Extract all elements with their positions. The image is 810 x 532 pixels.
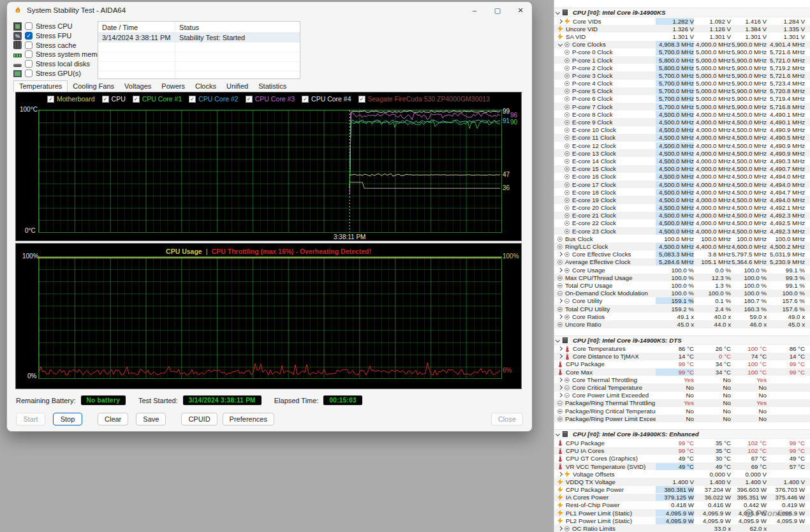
tab-statistics[interactable]: Statistics xyxy=(253,81,291,92)
clear-button[interactable]: Clear xyxy=(98,413,128,425)
sensor-row[interactable]: Average Effective Clock5,284.6 MHz105.1 … xyxy=(554,258,810,266)
minimize-button[interactable]: – xyxy=(463,2,486,18)
sensor-row[interactable]: On-Demand Clock Modulation100.0 %100.0 %… xyxy=(554,290,810,297)
sensor-row[interactable]: Package/Ring Thermal ThrottlingYesNoYes xyxy=(554,399,810,407)
sensor-row[interactable]: Core Distance to TjMAX14 °C0 °C74 °C14 °… xyxy=(554,353,810,360)
stop-button[interactable]: Stop xyxy=(53,413,82,425)
chevron-right-icon[interactable] xyxy=(557,355,564,358)
sensor-row[interactable]: VR VCC Temperature (SVID)49 °C49 °C69 °C… xyxy=(554,462,810,470)
sensor-row[interactable]: Core VIDs1.282 V1.092 V1.416 V1.284 V xyxy=(554,17,810,25)
sensor-row[interactable]: CPU Package Power380.381 W37.204 W396.60… xyxy=(554,486,810,494)
chevron-right-icon[interactable] xyxy=(557,386,564,389)
sensor-row[interactable]: CPU GT Cores (Graphics)49 °C30 °C67 °C49… xyxy=(554,455,810,462)
sensor-row[interactable]: E-core 13 Clock4,500.0 MHz4,000.0 MHz4,5… xyxy=(554,149,810,157)
sensor-row[interactable]: Total CPU Utility159.2 %2.4 %160.3 %157.… xyxy=(554,305,810,313)
maximize-button[interactable]: ▢ xyxy=(486,2,509,18)
chevron-down-icon[interactable] xyxy=(556,337,560,342)
sensor-row[interactable]: P-core 7 Clock5,700.0 MHz5,000.0 MHz5,90… xyxy=(554,103,810,110)
checkbox[interactable] xyxy=(25,41,33,49)
sensor-row[interactable]: Uncore Ratio45.0 x44.0 x46.0 x45.0 x xyxy=(554,320,810,328)
sensor-row[interactable]: E-core 14 Clock4,500.0 MHz4,000.0 MHz4,5… xyxy=(554,157,810,165)
window-close-button[interactable]: ✕ xyxy=(509,2,532,18)
tab-temperatures[interactable]: Temperatures xyxy=(13,80,68,92)
sensor-row[interactable]: IA Cores Power379.125 W36.022 W395.351 W… xyxy=(554,494,810,501)
sensor-row[interactable]: Core Power Limit ExceededNoNoNo xyxy=(554,392,810,399)
sensor-row[interactable]: Voltage Offsets0.000 V0.000 V xyxy=(554,470,810,478)
sensor-row[interactable]: P-core 2 Clock5,800.0 MHz5,000.0 MHz5,90… xyxy=(554,64,810,71)
log-column-datetime[interactable]: Date / Time xyxy=(98,24,175,31)
sensor-row[interactable]: Core Critical TemperatureNoNoNo xyxy=(554,383,810,391)
sensor-row[interactable]: E-core 12 Clock4,500.0 MHz4,000.0 MHz4,5… xyxy=(554,142,810,149)
checkbox[interactable] xyxy=(25,60,33,68)
sensor-row[interactable]: Total CPU Usage100.0 %1.3 %100.0 %99.1 % xyxy=(554,281,810,289)
chevron-right-icon[interactable] xyxy=(557,315,564,318)
sensor-panel[interactable]: CPU [#0]: Intel Core i9-14900KSCore VIDs… xyxy=(554,0,810,532)
chevron-right-icon[interactable] xyxy=(557,378,564,381)
tab-unified[interactable]: Unified xyxy=(221,81,253,92)
sensor-row[interactable]: Core Max99 °C34 °C100 °C99 °C xyxy=(554,368,810,376)
tab-voltages[interactable]: Voltages xyxy=(119,81,156,92)
chevron-down-icon[interactable] xyxy=(556,432,560,436)
sensor-row[interactable]: CPU Package99 °C35 °C102 °C99 °C xyxy=(554,439,810,447)
sensor-row[interactable]: Core Utility159.1 %0.1 %180.7 %157.6 % xyxy=(554,297,810,305)
sensor-row[interactable]: E-core 8 Clock4,500.0 MHz4,000.0 MHz4,50… xyxy=(554,110,810,118)
sensor-row[interactable]: P-core 6 Clock5,700.0 MHz5,000.0 MHz5,90… xyxy=(554,95,810,103)
legend-checkbox[interactable]: ✓ xyxy=(302,96,309,103)
chevron-right-icon[interactable] xyxy=(557,20,564,23)
sensor-row[interactable]: Uncore VID1.326 V1.126 V1.384 V1.335 V xyxy=(554,25,810,33)
log-column-status[interactable]: Status xyxy=(175,22,300,33)
title-bar[interactable]: System Stability Test - AIDA64 – ▢ ✕ xyxy=(7,2,532,18)
sensor-row[interactable]: E-core 20 Clock4,500.0 MHz4,000.0 MHz4,5… xyxy=(554,204,810,212)
checkbox[interactable] xyxy=(25,70,33,77)
log-row[interactable]: 3/14/2024 3:38:11 PMStability Test: Star… xyxy=(98,33,300,43)
sensor-row[interactable]: E-core 21 Clock4,500.0 MHz4,000.0 MHz4,5… xyxy=(554,212,810,219)
sensor-row[interactable]: P-core 0 Clock5,700.0 MHz5,000.0 MHz5,90… xyxy=(554,48,810,56)
sensor-row[interactable]: Core Usage100.0 %0.0 %100.0 %99.1 % xyxy=(554,266,810,274)
cpuid-button[interactable]: CPUID xyxy=(181,413,217,425)
sensor-row[interactable]: Core Clocks4,908.3 MHz4,000.0 MHz5,900.0… xyxy=(554,41,810,48)
legend-checkbox[interactable]: ✓ xyxy=(358,96,365,103)
preferences-button[interactable]: Preferences xyxy=(223,413,274,425)
sensor-row[interactable]: Core Ratios49.1 x40.0 x59.0 x49.0 x xyxy=(554,313,810,320)
checkbox[interactable] xyxy=(25,50,33,58)
chevron-right-icon[interactable] xyxy=(557,347,564,350)
sensor-row[interactable]: E-core 9 Clock4,500.0 MHz4,000.0 MHz4,50… xyxy=(554,118,810,126)
sensor-row[interactable]: Ring/LLC Clock4,500.0 MHz4,400.0 MHz4,60… xyxy=(554,242,810,250)
sensor-section-header[interactable]: CPU [#0]: Intel Core i9-14900KS: DTS xyxy=(554,336,810,345)
sensor-row[interactable]: E-core 18 Clock4,500.0 MHz4,000.0 MHz4,5… xyxy=(554,188,810,196)
sensor-row[interactable]: PL2 Power Limit (Static)4,095.9 W4,095.9… xyxy=(554,517,810,524)
chevron-right-icon[interactable] xyxy=(557,473,564,476)
sensor-row[interactable]: E-core 15 Clock4,500.0 MHz4,000.0 MHz4,5… xyxy=(554,165,810,173)
chevron-down-icon[interactable] xyxy=(557,43,564,46)
sensor-row[interactable]: E-core 19 Clock4,500.0 MHz4,000.0 MHz4,5… xyxy=(554,196,810,203)
chevron-right-icon[interactable] xyxy=(557,394,564,397)
start-button[interactable]: Start xyxy=(16,413,45,425)
sensor-row[interactable]: Core Thermal ThrottlingYesNoYes xyxy=(554,376,810,383)
sensor-row[interactable]: Max CPU/Thread Usage100.0 %12.3 %100.0 %… xyxy=(554,274,810,281)
legend-checkbox[interactable]: ✓ xyxy=(189,96,196,103)
sensor-row[interactable]: CPU Package99 °C34 °C100 °C99 °C xyxy=(554,360,810,368)
sensor-row[interactable]: E-core 11 Clock4,500.0 MHz4,000.0 MHz4,5… xyxy=(554,134,810,142)
sensor-row[interactable]: Bus Clock100.0 MHz100.0 MHz100.0 MHz100.… xyxy=(554,235,810,242)
sensor-row[interactable]: Core Temperatures86 °C26 °C100 °C86 °C xyxy=(554,345,810,353)
sensor-row[interactable]: VDDQ TX Voltage1.400 V1.400 V1.400 V1.40… xyxy=(554,478,810,485)
chevron-right-icon[interactable] xyxy=(557,269,564,272)
sensor-row[interactable]: E-core 10 Clock4,500.0 MHz4,000.0 MHz4,5… xyxy=(554,126,810,134)
sensor-row[interactable]: P-core 4 Clock5,700.0 MHz5,000.0 MHz5,90… xyxy=(554,80,810,87)
legend-checkbox[interactable]: ✓ xyxy=(47,96,54,103)
chevron-right-icon[interactable] xyxy=(557,299,564,302)
save-button[interactable]: Save xyxy=(136,413,166,425)
sensor-row[interactable]: OC Ratio Limits33.0 x62.0 x xyxy=(554,524,810,532)
close-button[interactable]: Close xyxy=(491,413,523,425)
chevron-down-icon[interactable] xyxy=(556,10,560,15)
legend-checkbox[interactable]: ✓ xyxy=(246,96,253,103)
legend-checkbox[interactable]: ✓ xyxy=(102,96,109,103)
sensor-row[interactable]: P-core 5 Clock5,700.0 MHz5,000.0 MHz5,90… xyxy=(554,87,810,95)
checkbox[interactable]: ✓ xyxy=(25,32,33,40)
sensor-row[interactable]: E-core 17 Clock4,500.0 MHz4,000.0 MHz4,5… xyxy=(554,181,810,188)
sensor-section-header[interactable]: CPU [#0]: Intel Core i9-14900KS xyxy=(554,8,810,17)
sensor-row[interactable]: CPU IA Cores99 °C35 °C102 °C99 °C xyxy=(554,447,810,455)
tab-clocks[interactable]: Clocks xyxy=(190,81,221,92)
sensor-section-header[interactable]: CPU [#0]: Intel Core i9-14900KS: Enhance… xyxy=(554,429,810,439)
chevron-right-icon[interactable] xyxy=(557,253,564,256)
